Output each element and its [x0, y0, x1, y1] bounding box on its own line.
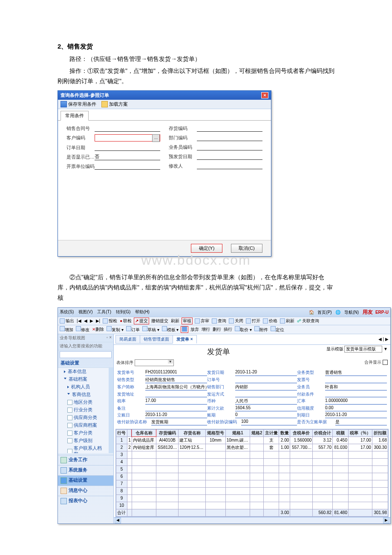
tb-delrow[interactable]: 删行: [213, 327, 221, 332]
menu-help[interactable]: 帮助(H): [135, 309, 150, 314]
tb-addrow[interactable]: 增行: [202, 327, 210, 332]
tb-locate[interactable]: 定位: [271, 326, 284, 333]
input-order-date[interactable]: [95, 144, 160, 151]
col-rownum[interactable]: 行号: [116, 429, 127, 436]
nav-customer-cat[interactable]: 客户分类: [58, 429, 109, 437]
tb-audit[interactable]: 审核: [182, 318, 192, 324]
val-salesman[interactable]: 叶喜和: [325, 384, 387, 390]
val-pay-name[interactable]: 发货账期: [151, 419, 207, 425]
nav-contact[interactable]: 客户联系人档案: [58, 445, 109, 453]
input-show-done[interactable]: 否: [95, 153, 160, 160]
col-disc[interactable]: 折扣额: [372, 429, 388, 436]
input-salesman-code[interactable]: [197, 144, 262, 150]
tb-related-query[interactable]: ☍关联查询: [297, 318, 319, 324]
table-row[interactable]: 8: [116, 487, 388, 494]
val-sale-type[interactable]: 经销商批发销售: [145, 377, 207, 383]
nav-basic-archive[interactable]: 基础档案: [58, 376, 109, 383]
cancel-button[interactable]: 取消(C): [231, 244, 262, 253]
dialog-titlebar[interactable]: 查询条件选择-参照订单 ×: [58, 91, 271, 100]
table-row[interactable]: 7: [116, 480, 388, 487]
ok-button[interactable]: 确定(Y): [191, 244, 222, 253]
tb-insrow[interactable]: 插行: [224, 327, 232, 332]
tb-submit[interactable]: ↗提交: [134, 318, 149, 324]
cat-base[interactable]: 基础设置: [58, 359, 113, 368]
save-conditions-button[interactable]: 保存常用条件: [61, 101, 96, 107]
col-warehouse[interactable]: 仓库名称: [132, 429, 156, 436]
tb-delete[interactable]: ✕删除: [92, 327, 104, 332]
val-ship-no[interactable]: FH20101120001: [145, 370, 207, 376]
tb-template[interactable]: 模板 ▾: [162, 326, 179, 333]
tb-abandon[interactable]: 放弃: [190, 327, 199, 332]
nav-area[interactable]: 地区分类: [58, 399, 109, 406]
lookup-icon[interactable]: …: [152, 134, 160, 142]
tb-nav-next[interactable]: ▶: [90, 318, 93, 323]
input-invoice-unit[interactable]: [95, 163, 160, 170]
tb-unsubmit[interactable]: 撤销提交: [151, 318, 168, 324]
tb-price[interactable]: 价格: [263, 318, 277, 324]
tb-refresh[interactable]: 刷新: [171, 318, 179, 324]
tb-draft[interactable]: 草稿 ▾: [142, 326, 159, 333]
home-link[interactable]: 🏠 首页(P): [309, 310, 332, 315]
val-ship-method[interactable]: [235, 391, 297, 397]
tb-attachment[interactable]: 附件: [254, 326, 268, 333]
val-period[interactable]: 0: [235, 412, 297, 418]
val-biztype[interactable]: 普通销售: [325, 370, 387, 376]
tab-common[interactable]: 常用条件: [61, 111, 89, 121]
nav-customer-level[interactable]: 客户级别: [58, 437, 109, 445]
menu-goto[interactable]: 转到(G): [116, 309, 130, 314]
table-row[interactable]: 4: [116, 458, 388, 465]
menu-view[interactable]: 视图(V): [78, 309, 92, 314]
col-spec[interactable]: 规格型号: [205, 429, 225, 436]
tb-add[interactable]: 增加: [60, 326, 73, 333]
sort-select[interactable]: [135, 359, 174, 366]
nav-basic-info[interactable]: 基本信息: [58, 368, 109, 376]
val-acct-date[interactable]: 2010-11-20: [145, 412, 207, 418]
tb-order[interactable]: 订单: [126, 326, 140, 333]
merge-checkbox[interactable]: [383, 360, 388, 365]
val-ship-date[interactable]: 2010-11-20: [235, 370, 297, 376]
h-scrollbar[interactable]: ◀▶: [114, 517, 390, 523]
col-taxrate[interactable]: 税率（%）: [349, 429, 372, 436]
nav-org[interactable]: 机构人员: [58, 383, 109, 391]
val-exrate[interactable]: 1.00000000: [325, 398, 387, 405]
col-goods-name[interactable]: 存货名称: [179, 429, 205, 436]
tab-delivery[interactable]: 发货单 ×: [173, 335, 197, 344]
col-tax[interactable]: 税额: [333, 429, 349, 436]
table-row[interactable]: 5: [116, 465, 388, 473]
val-remark[interactable]: [145, 405, 207, 411]
tab-sales-desktop[interactable]: 销售管理桌面: [140, 335, 173, 344]
val-is-acct[interactable]: 是: [335, 419, 387, 425]
table-row[interactable]: 11内销成品库AI4010B建工钻10mm10mm,碳…支2.001.56000…: [116, 436, 388, 444]
tabs-dropdown-icon[interactable]: ◀ | ▶: [378, 337, 389, 341]
col-spec2[interactable]: 规格2: [250, 429, 264, 436]
display-template-select[interactable]: 发货单显示模版: [344, 346, 382, 353]
input-contract[interactable]: [95, 125, 160, 132]
tb-query[interactable]: 查询: [212, 318, 226, 324]
tb-inspect2[interactable]: ●联检: [120, 318, 132, 324]
tb-nav-first[interactable]: |◀: [77, 318, 81, 323]
tb-open[interactable]: 打开: [246, 318, 260, 324]
val-invoice-no[interactable]: [325, 377, 387, 383]
search-input[interactable]: [60, 351, 112, 358]
nav-industry[interactable]: 行业分类: [58, 406, 109, 414]
val-pay-code[interactable]: 100: [241, 419, 297, 425]
bnav-system[interactable]: 系统服务: [58, 465, 113, 475]
input-modifier[interactable]: [197, 162, 262, 169]
nav-link[interactable]: 🌐 导航(N): [335, 310, 359, 315]
table-row[interactable]: 3: [116, 451, 388, 458]
val-dept[interactable]: 内销部: [235, 384, 297, 390]
input-stock-code[interactable]: [197, 125, 262, 132]
tab-simple-desktop[interactable]: 简易桌面: [115, 335, 140, 344]
tb-nav-last[interactable]: ▶|: [96, 318, 101, 323]
nav-supplier-cat[interactable]: 供应商分类: [58, 414, 109, 422]
tb-output[interactable]: 输出: [60, 318, 74, 324]
input-dept-code[interactable]: [197, 134, 262, 141]
table-row[interactable]: 9: [116, 494, 388, 502]
val-currency[interactable]: 人民币: [235, 398, 297, 405]
bnav-base-settings[interactable]: 基础设置: [58, 475, 113, 486]
val-due[interactable]: 2010-11-20: [325, 412, 387, 418]
val-pay-term[interactable]: [325, 391, 387, 397]
input-plan-ship-date[interactable]: [197, 153, 262, 160]
tb-save[interactable]: [181, 327, 188, 332]
col-qty[interactable]: 数量: [279, 429, 290, 436]
